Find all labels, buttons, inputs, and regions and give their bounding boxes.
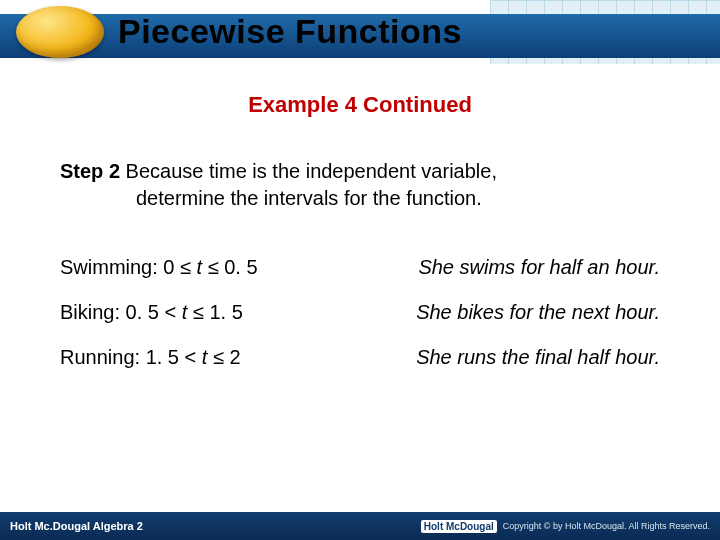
interval-cell: Swimming: 0 ≤ t ≤ 0. 5 — [60, 256, 350, 279]
interval-pre: 0. 5 < — [126, 301, 182, 323]
example-subtitle: Example 4 Continued — [0, 92, 720, 118]
interval-cell: Running: 1. 5 < t ≤ 2 — [60, 346, 350, 369]
header-oval-icon — [16, 6, 104, 58]
interval-post: ≤ 1. 5 — [187, 301, 242, 323]
intervals-table: Swimming: 0 ≤ t ≤ 0. 5 She swims for hal… — [60, 256, 660, 369]
step-text-2: determine the intervals for the function… — [136, 185, 660, 212]
footer-left-text: Holt Mc.Dougal Algebra 2 — [10, 520, 143, 532]
interval-desc: She bikes for the next hour. — [350, 301, 660, 324]
footer-right: Holt McDougal Copyright © by Holt McDoug… — [421, 520, 710, 533]
footer: Holt Mc.Dougal Algebra 2 Holt McDougal C… — [0, 512, 720, 540]
activity-label: Biking: — [60, 301, 120, 323]
step-line: Step 2 Because time is the independent v… — [60, 158, 660, 212]
step-text-1: Because time is the independent variable… — [126, 160, 497, 182]
interval-desc: She runs the final half hour. — [350, 346, 660, 369]
table-row: Swimming: 0 ≤ t ≤ 0. 5 She swims for hal… — [60, 256, 660, 279]
table-row: Biking: 0. 5 < t ≤ 1. 5 She bikes for th… — [60, 301, 660, 324]
interval-cell: Biking: 0. 5 < t ≤ 1. 5 — [60, 301, 350, 324]
content: Step 2 Because time is the independent v… — [0, 118, 720, 369]
interval-pre: 0 ≤ — [163, 256, 196, 278]
header: Piecewise Functions — [0, 0, 720, 64]
interval-post: ≤ 2 — [207, 346, 240, 368]
interval-pre: 1. 5 < — [146, 346, 202, 368]
footer-logo: Holt McDougal — [421, 520, 497, 533]
table-row: Running: 1. 5 < t ≤ 2 She runs the final… — [60, 346, 660, 369]
step-label: Step 2 — [60, 160, 120, 182]
page-title: Piecewise Functions — [118, 12, 462, 51]
footer-copyright: Copyright © by Holt McDougal. All Rights… — [503, 521, 710, 531]
activity-label: Running: — [60, 346, 140, 368]
interval-post: ≤ 0. 5 — [202, 256, 257, 278]
activity-label: Swimming: — [60, 256, 158, 278]
interval-desc: She swims for half an hour. — [350, 256, 660, 279]
